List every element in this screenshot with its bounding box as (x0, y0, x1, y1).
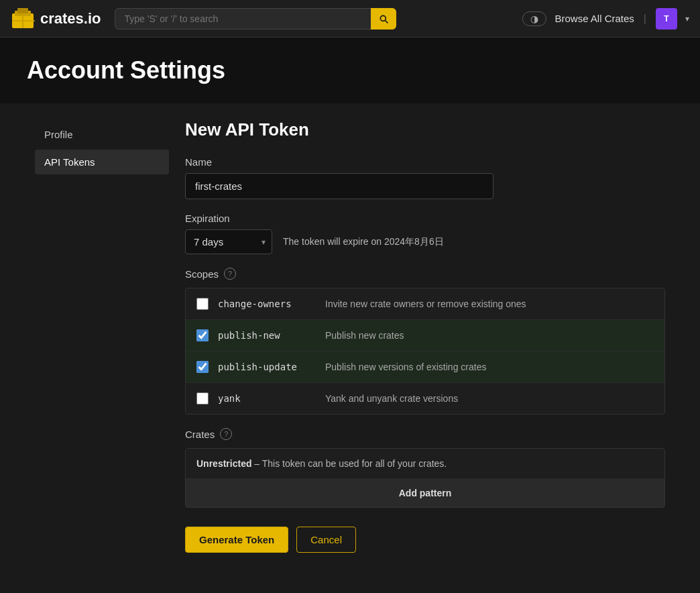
name-label: Name (185, 156, 665, 168)
crates-note: – This token can be used for all of your… (254, 458, 447, 469)
sidebar-item-profile[interactable]: Profile (35, 122, 169, 147)
scope-row-yank: yank Yank and unyank crate versions (186, 383, 664, 414)
name-field-group: Name (185, 156, 665, 199)
expiration-field-group: Expiration 7 days 30 days 90 days 1 year… (185, 213, 665, 254)
scope-row-publish-update: publish-update Publish new versions of e… (186, 352, 664, 383)
svg-rect-2 (17, 8, 28, 13)
browse-all-crates-link[interactable]: Browse All Crates (555, 13, 634, 24)
logo-link[interactable]: crates.io (11, 7, 101, 31)
nav-right: ◑ Browse All Crates | T ▾ (522, 8, 689, 30)
expiration-select-wrapper: 7 days 30 days 90 days 1 year No expiry … (185, 229, 272, 254)
scope-row-publish-new: publish-new Publish new crates (186, 320, 664, 352)
scope-name-change-owners: change-owners (218, 299, 325, 309)
crates-help-icon[interactable]: ? (220, 428, 232, 440)
scope-name-publish-update: publish-update (218, 362, 325, 372)
contrast-toggle[interactable]: ◑ (522, 11, 546, 26)
scopes-help-icon[interactable]: ? (224, 268, 236, 280)
cancel-button[interactable]: Cancel (296, 527, 356, 553)
scope-desc-publish-new: Publish new crates (325, 330, 404, 341)
action-buttons: Generate Token Cancel (185, 527, 665, 553)
main-layout: Profile API Tokens New API Token Name Ex… (21, 103, 679, 569)
page-header: Account Settings (0, 38, 700, 103)
user-avatar[interactable]: T (656, 8, 677, 30)
scope-desc-publish-update: Publish new versions of existing crates (325, 362, 486, 372)
nav-divider: | (644, 13, 646, 25)
token-name-input[interactable] (185, 173, 493, 199)
crates-logo-icon (11, 7, 35, 31)
main-content: New API Token Name Expiration 7 days 30 … (169, 119, 665, 553)
crates-info-row: Unrestricted – This token can be used fo… (186, 449, 664, 479)
scopes-field-group: Scopes ? change-owners Invite new crate … (185, 268, 665, 415)
scope-checkbox-change-owners[interactable] (196, 298, 209, 310)
search-input[interactable] (115, 8, 396, 30)
scopes-section-header: Scopes ? (185, 268, 665, 280)
generate-token-button[interactable]: Generate Token (185, 527, 288, 553)
expiration-note: The token will expire on 2024年8月6日 (283, 236, 444, 248)
sidebar-item-api-tokens[interactable]: API Tokens (35, 150, 169, 174)
crates-section-header: Crates ? (185, 428, 665, 440)
scope-checkbox-publish-update[interactable] (196, 361, 209, 373)
search-button[interactable] (371, 8, 396, 30)
crates-box: Unrestricted – This token can be used fo… (185, 448, 665, 508)
add-pattern-button[interactable]: Add pattern (186, 479, 664, 507)
page-title: Account Settings (27, 56, 673, 85)
scopes-table: change-owners Invite new crate owners or… (185, 288, 665, 415)
navbar: crates.io ◑ Browse All Crates | T ▾ (0, 0, 700, 38)
scope-row-change-owners: change-owners Invite new crate owners or… (186, 288, 664, 320)
expiration-row: 7 days 30 days 90 days 1 year No expiry … (185, 229, 665, 254)
scope-checkbox-yank[interactable] (196, 392, 209, 405)
user-menu-arrow[interactable]: ▾ (685, 14, 689, 23)
logo-text: crates.io (40, 10, 101, 28)
expiration-select[interactable]: 7 days 30 days 90 days 1 year No expiry (185, 229, 272, 254)
scope-desc-change-owners: Invite new crate owners or remove existi… (325, 299, 526, 309)
search-bar (115, 8, 396, 30)
expiration-label: Expiration (185, 213, 665, 224)
scope-name-publish-new: publish-new (218, 330, 325, 341)
scopes-label: Scopes (185, 268, 219, 280)
scope-name-yank: yank (218, 393, 325, 404)
form-heading: New API Token (185, 119, 665, 140)
scope-desc-yank: Yank and unyank crate versions (325, 393, 458, 404)
scope-checkbox-publish-new[interactable] (196, 329, 209, 341)
crates-field-group: Crates ? Unrestricted – This token can b… (185, 428, 665, 508)
search-icon (378, 13, 389, 24)
crates-unrestricted-label: Unrestricted (196, 458, 251, 469)
crates-label: Crates (185, 429, 215, 440)
sidebar: Profile API Tokens (35, 119, 169, 553)
